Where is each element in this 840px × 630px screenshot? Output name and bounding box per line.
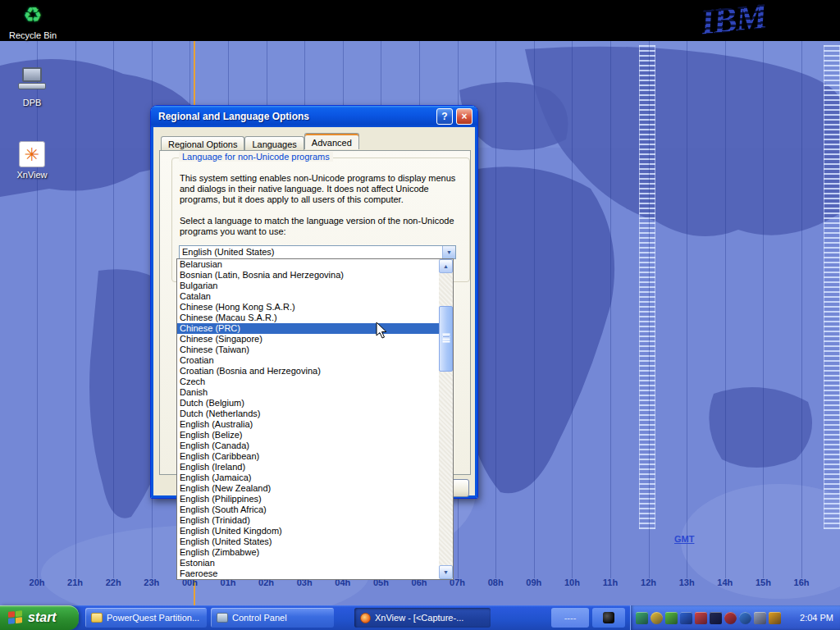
hour-label: 12h bbox=[641, 578, 656, 587]
scrollbar-thumb[interactable] bbox=[439, 306, 453, 372]
language-option[interactable]: English (Philippines) bbox=[177, 494, 439, 504]
taskbar-button-label: PowerQuest Partition... bbox=[107, 613, 199, 623]
hour-label: 08h bbox=[488, 578, 504, 587]
language-option[interactable]: English (Belize) bbox=[177, 430, 439, 441]
language-option[interactable]: Croatian bbox=[177, 355, 439, 366]
language-option[interactable]: Danish bbox=[177, 387, 439, 398]
timezone-line bbox=[37, 41, 38, 578]
tray-icon-8[interactable] bbox=[739, 612, 751, 624]
timezone-hatch-band-right bbox=[824, 45, 840, 529]
icon-label: Recycle Bin bbox=[4, 30, 62, 40]
language-combobox[interactable]: English (United States) ▼ bbox=[179, 245, 456, 259]
tray-icon-9[interactable] bbox=[754, 612, 766, 624]
description-text-1: This system setting enables non-Unicode … bbox=[180, 173, 467, 205]
tray-icon-10[interactable] bbox=[769, 612, 781, 624]
hour-label: 23h bbox=[144, 578, 159, 587]
timezone-line bbox=[725, 41, 726, 578]
timezone-line bbox=[75, 41, 76, 578]
language-option[interactable]: Chinese (PRC) bbox=[177, 323, 439, 334]
timezone-line bbox=[649, 41, 650, 578]
tab-languages[interactable]: Languages bbox=[244, 136, 304, 151]
tray-icons bbox=[636, 612, 781, 624]
chevron-down-icon[interactable]: ▼ bbox=[442, 246, 455, 258]
language-list-items: BelarusianBosnian (Latin, Bosnia and Her… bbox=[177, 259, 453, 579]
language-option[interactable]: Belarusian bbox=[177, 259, 439, 270]
tray-icon-1[interactable] bbox=[636, 612, 648, 624]
clock[interactable]: 2:04 PM bbox=[800, 613, 835, 623]
desktop-icon-recycle-bin[interactable]: ♻ Recycle Bin bbox=[4, 2, 62, 40]
laptop-icon bbox=[18, 67, 46, 92]
hour-label: 20h bbox=[30, 578, 45, 587]
language-option[interactable]: English (Trinidad) bbox=[177, 515, 439, 526]
language-option[interactable]: English (United States) bbox=[177, 536, 439, 547]
icon-label: XnView bbox=[3, 170, 61, 180]
language-option[interactable]: Chinese (Singapore) bbox=[177, 334, 439, 345]
system-tray: 2:04 PM bbox=[630, 605, 840, 630]
xnview-icon bbox=[360, 613, 371, 623]
desktop-icon-xnview[interactable]: ✳ XnView bbox=[3, 141, 61, 180]
taskbar-button-xnview-capture[interactable]: XnView - [<Capture-... bbox=[354, 608, 491, 628]
language-option[interactable]: Estonian bbox=[177, 558, 439, 568]
language-option[interactable]: Dutch (Netherlands) bbox=[177, 409, 439, 419]
language-option[interactable]: Catalan bbox=[177, 291, 439, 302]
language-option[interactable]: Chinese (Hong Kong S.A.R.) bbox=[177, 302, 439, 313]
timezone-line bbox=[610, 41, 611, 578]
language-option[interactable]: English (Zimbabwe) bbox=[177, 547, 439, 558]
taskbar-divider-segment[interactable]: ---- bbox=[551, 608, 589, 628]
language-option[interactable]: Croatian (Bosnia and Herzegovina) bbox=[177, 366, 439, 377]
taskbar-button-powerquest-partition[interactable]: PowerQuest Partition... bbox=[85, 608, 207, 628]
hour-label: 15h bbox=[756, 578, 771, 587]
start-label: start bbox=[28, 610, 57, 625]
timezone-hatch-band bbox=[639, 45, 655, 529]
tray-icon-3[interactable] bbox=[665, 612, 678, 624]
icon-label: DPB bbox=[3, 98, 61, 107]
hour-label: 22h bbox=[106, 578, 121, 587]
timezone-line bbox=[572, 41, 573, 578]
language-option[interactable]: English (Canada) bbox=[177, 441, 439, 451]
tray-icon-4[interactable] bbox=[680, 612, 692, 624]
tab-regional-options[interactable]: Regional Options bbox=[161, 136, 244, 151]
language-option[interactable]: English (Ireland) bbox=[177, 462, 439, 472]
scroll-up-icon[interactable]: ▲ bbox=[439, 259, 453, 273]
language-option[interactable]: English (United Kingdom) bbox=[177, 526, 439, 536]
taskbar-extra-segment[interactable] bbox=[592, 608, 625, 628]
help-button[interactable]: ? bbox=[436, 108, 453, 125]
language-option[interactable]: Bulgarian bbox=[177, 281, 439, 291]
tray-icon-6[interactable] bbox=[710, 612, 722, 624]
start-button[interactable]: start bbox=[0, 605, 79, 630]
timezone-line bbox=[801, 41, 802, 578]
desktop-icon-dpb[interactable]: DPB bbox=[3, 67, 61, 107]
language-option[interactable]: English (South Africa) bbox=[177, 504, 439, 515]
language-option[interactable]: Czech bbox=[177, 377, 439, 387]
tray-icon-5[interactable] bbox=[695, 612, 707, 624]
language-option[interactable]: Faeroese bbox=[177, 568, 439, 579]
hour-label: 10h bbox=[564, 578, 580, 587]
tab-advanced[interactable]: Advanced bbox=[304, 133, 359, 149]
language-option[interactable]: English (Caribbean) bbox=[177, 451, 439, 462]
dialog-titlebar[interactable]: Regional and Language Options ? × bbox=[151, 106, 477, 127]
language-option[interactable]: Dutch (Belgium) bbox=[177, 398, 439, 409]
hour-label: 16h bbox=[794, 578, 810, 587]
language-listbox: BelarusianBosnian (Latin, Bosnia and Her… bbox=[176, 258, 454, 580]
language-option[interactable]: English (Australia) bbox=[177, 419, 439, 430]
dialog-title: Regional and Language Options bbox=[158, 106, 309, 127]
tray-icon-7[interactable] bbox=[724, 612, 737, 624]
timezone-line bbox=[763, 41, 764, 578]
close-button[interactable]: × bbox=[456, 108, 472, 125]
scroll-down-icon[interactable]: ▼ bbox=[439, 565, 453, 579]
tray-icon-2[interactable] bbox=[651, 612, 663, 624]
description-text-2: Select a language to match the language … bbox=[180, 216, 467, 237]
xnview-app-icon: ✳ bbox=[19, 141, 45, 167]
timezone-line bbox=[113, 41, 114, 578]
language-option[interactable]: English (New Zealand) bbox=[177, 483, 439, 494]
language-option[interactable]: English (Jamaica) bbox=[177, 472, 439, 483]
taskbar-button-control-panel[interactable]: Control Panel bbox=[211, 608, 334, 628]
folder-icon bbox=[91, 613, 103, 623]
top-banner: IBM bbox=[0, 0, 840, 41]
language-option[interactable]: Chinese (Taiwan) bbox=[177, 345, 439, 355]
language-option[interactable]: Chinese (Macau S.A.R.) bbox=[177, 313, 439, 323]
list-scrollbar[interactable]: ▲ ▼ bbox=[439, 259, 453, 579]
dialog-tabs: Regional OptionsLanguagesAdvanced bbox=[161, 135, 359, 150]
language-option[interactable]: Bosnian (Latin, Bosnia and Herzegovina) bbox=[177, 270, 439, 281]
timezone-line bbox=[495, 41, 496, 578]
